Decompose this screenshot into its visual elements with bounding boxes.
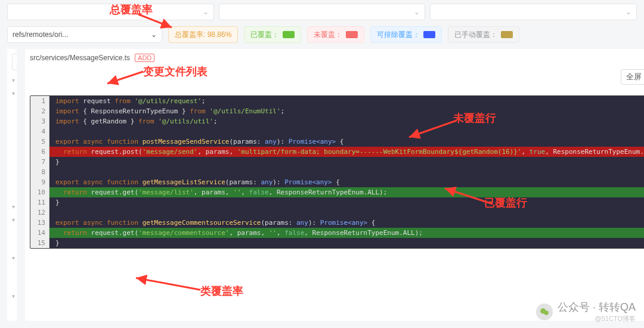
tree-filter-input[interactable] (12, 54, 17, 70)
manual-chip: 已手动覆盖： (448, 26, 519, 43)
top-select-1[interactable]: ⌄ (7, 4, 214, 20)
code-line: 7} (30, 157, 644, 167)
chevron-down-icon: ⌄ (414, 8, 420, 16)
chevron-down-icon: ⌄ (151, 30, 157, 39)
excludable-chip: 可排除覆盖： (370, 26, 442, 43)
uncovered-chip: 未覆盖： (307, 26, 364, 43)
chevron-down-icon: ⌄ (203, 8, 209, 16)
code-path: src/services/MessageService.ts (30, 54, 130, 62)
code-line: 5export async function postMessageSendSe… (30, 137, 644, 147)
add-badge: ADD (135, 54, 154, 62)
total-coverage-chip: 总覆盖率: 98.86% (168, 26, 238, 43)
code-line: 9export async function getMessageListSer… (30, 177, 644, 187)
code-line: 6 return request.post('message/send', pa… (30, 147, 644, 157)
branch-value: refs/remotes/ori... (13, 30, 68, 39)
top-filter-row: ⌄ ⌄ ⌄ (0, 0, 644, 24)
fullscreen-button[interactable]: 全屏 (621, 69, 644, 85)
covered-chip: 已覆盖： (244, 26, 301, 43)
legend-row: refs/remotes/ori... ⌄ 总覆盖率: 98.86% 已覆盖： … (0, 24, 644, 49)
branch-select[interactable]: refs/remotes/ori... ⌄ (7, 26, 162, 43)
code-line: 4 (30, 126, 644, 137)
svg-point-6 (544, 310, 549, 315)
code-line: 1import request from '@/utils/request'; (30, 96, 644, 106)
code-line: 8 (30, 167, 644, 177)
code-line: 12 (30, 208, 644, 218)
code-editor[interactable]: 1import request from '@/utils/request';2… (30, 95, 644, 249)
code-line: 10 return request.get('message/list', pa… (30, 187, 644, 197)
code-line: 13export async function getMessageCommen… (30, 218, 644, 228)
top-select-2[interactable]: ⌄ (219, 4, 426, 20)
code-line: 15} (30, 238, 644, 248)
code-line: 14 return request.get('message/commentso… (30, 228, 644, 238)
file-tree-panel: ▾src▾modelsuseAdpayment.js [100.00%]useB… (7, 49, 17, 321)
code-line: 11} (30, 197, 644, 208)
watermark: 公众号 · 转转QA @51CTO博客 (536, 300, 636, 323)
code-line: 3import { getRandom } from '@/utils/util… (30, 116, 644, 126)
code-panel: src/services/MessageService.ts ADD 全屏 1i… (25, 49, 644, 321)
wechat-icon (536, 304, 553, 320)
code-line: 2import { ResponseReturnTypeEnum } from … (30, 106, 644, 116)
chevron-down-icon: ⌄ (626, 8, 631, 16)
top-select-3[interactable]: ⌄ (430, 4, 637, 20)
